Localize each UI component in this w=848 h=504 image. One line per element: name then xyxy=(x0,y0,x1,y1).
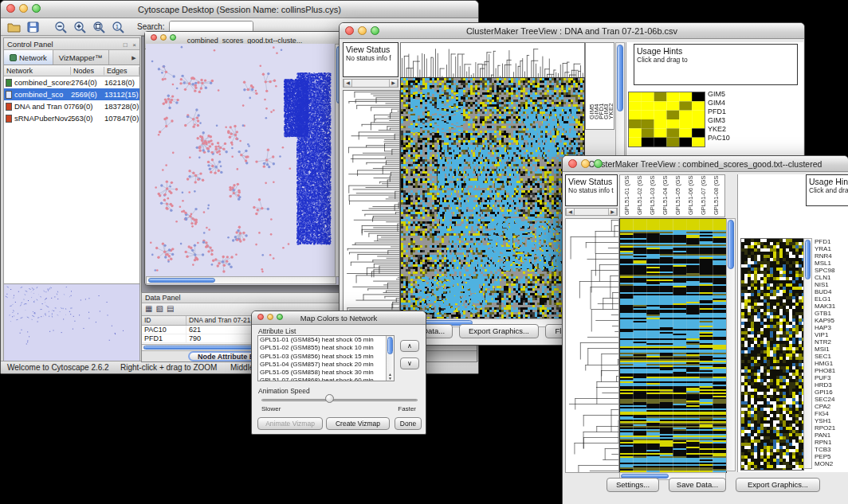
gene-label[interactable]: SEC24 xyxy=(815,396,848,403)
network-list-row[interactable]: sRNAPuberNov2 563(0) 107847(0) xyxy=(4,112,139,124)
gene-label[interactable]: PAC10 xyxy=(708,134,756,143)
gene-label[interactable]: HAP3 xyxy=(815,324,848,331)
gene-label[interactable]: YKE2 xyxy=(708,125,756,134)
combined-heatmap[interactable] xyxy=(619,218,727,473)
close-button[interactable] xyxy=(345,26,354,35)
attribute-list-item[interactable]: GPL51-01 (GSM854) heat shock 05 min xyxy=(258,336,386,344)
map-dialog-titlebar[interactable]: Map Colors to Network xyxy=(252,311,426,325)
scrollbar-thumb[interactable] xyxy=(805,240,811,279)
gene-label[interactable]: HRD3 xyxy=(815,381,848,389)
zoom-button[interactable] xyxy=(371,26,379,35)
gene-label[interactable]: GPI16 xyxy=(815,389,848,396)
column-label[interactable]: GPL51-01 (GSM854 xyxy=(623,175,630,215)
gene-label[interactable]: SPC98 xyxy=(815,267,848,274)
zoom-selected-button[interactable]: 1 xyxy=(110,19,127,34)
minimize-button[interactable] xyxy=(267,314,273,320)
gene-label[interactable]: MAK31 xyxy=(815,303,848,310)
gene-label[interactable]: CPA2 xyxy=(815,403,848,410)
gene-label[interactable]: CLN1 xyxy=(815,274,848,281)
gene-label[interactable]: PEP5 xyxy=(815,453,848,460)
done-button[interactable]: Done xyxy=(395,417,422,430)
open-session-button[interactable] xyxy=(6,19,22,34)
gene-label[interactable]: ELG1 xyxy=(815,295,848,303)
dendrogram-mini-scrollbar[interactable]: ◀ ▶ xyxy=(565,208,618,216)
gene-label[interactable]: YSH1 xyxy=(815,417,848,424)
minimize-button[interactable] xyxy=(581,159,590,168)
gene-label[interactable]: GIM4 xyxy=(708,99,756,107)
combined-row-dendrogram[interactable] xyxy=(565,218,619,473)
float-panel-icon[interactable]: □ xyxy=(124,41,128,49)
gene-label[interactable]: VIP1 xyxy=(815,331,848,338)
zoom-button[interactable] xyxy=(32,4,41,13)
gene-label[interactable]: PAN1 xyxy=(815,432,848,439)
scrollbar-thumb[interactable] xyxy=(387,337,393,354)
mini-scrollbar-track[interactable] xyxy=(575,209,608,215)
scrollbar-thumb[interactable] xyxy=(728,220,734,269)
network-list-row[interactable]: DNA and Tran 07 769(0) 183728(0) xyxy=(4,100,139,112)
gene-label[interactable]: PHO81 xyxy=(815,367,848,374)
gene-label[interactable]: PUF3 xyxy=(815,374,848,381)
column-label[interactable]: GPL51-03 (GSM856 xyxy=(649,175,656,215)
scrollbar-thumb[interactable] xyxy=(617,45,623,111)
scroll-right-icon[interactable]: ▶ xyxy=(608,209,617,215)
close-panel-icon[interactable]: × xyxy=(132,41,136,49)
attribute-list-item[interactable]: GPL51-07 (GSM868) heat shock 60 min xyxy=(258,377,386,381)
dna-summary-heatmap[interactable] xyxy=(628,92,705,147)
gene-label[interactable]: NTR2 xyxy=(815,338,848,346)
zoom-button[interactable] xyxy=(170,34,176,41)
attribute-select-icon[interactable]: ▧ xyxy=(155,304,163,314)
attribute-list-scrollbar[interactable]: ▲ ▼ xyxy=(386,336,394,381)
minimize-button[interactable] xyxy=(160,34,167,41)
network-list-row[interactable]: combined_sco 2569(6) 13112(15) xyxy=(4,88,139,100)
gene-label[interactable]: MSL1 xyxy=(815,260,848,267)
dna-heatmap[interactable] xyxy=(400,77,585,319)
gene-label[interactable]: YRA1 xyxy=(815,245,848,252)
dna-row-dendrogram[interactable] xyxy=(343,90,400,319)
tab-overflow-icon[interactable]: ▶ xyxy=(128,50,139,64)
move-up-button[interactable]: ∧ xyxy=(400,340,419,352)
tab-vizmapper[interactable]: VizMapper™ xyxy=(53,50,109,64)
treeview-dna-titlebar[interactable]: ClusterMaker TreeView : DNA and Tran 07-… xyxy=(340,23,804,39)
network-list-row[interactable]: combined_scores 2764(0) 16218(0) xyxy=(4,76,139,88)
zoom-button[interactable] xyxy=(594,159,603,168)
attribute-table-icon[interactable]: ▦ xyxy=(145,304,152,314)
save-data-button[interactable]: Save Data... xyxy=(669,478,726,492)
gene-label[interactable]: HMG1 xyxy=(815,360,848,367)
tab-network[interactable]: Network xyxy=(4,50,53,64)
network-horizontal-scrollbar[interactable] xyxy=(146,276,336,284)
gene-label[interactable]: BUD4 xyxy=(815,288,848,295)
gene-label[interactable]: PFD1 xyxy=(708,107,756,116)
column-label[interactable]: GPL51-08 (GSM872 xyxy=(713,175,720,215)
treeview-combined-titlebar[interactable]: ClusterMaker TreeView : combined_scores_… xyxy=(563,156,848,172)
attribute-list[interactable]: GPL51-01 (GSM854) heat shock 05 minGPL51… xyxy=(257,335,395,381)
attribute-list-item[interactable]: GPL51-05 (GSM858) heat shock 30 min xyxy=(258,369,386,377)
close-button[interactable] xyxy=(6,4,15,13)
column-label[interactable]: GPL51-05 (GSM865 xyxy=(674,175,681,215)
gene-label[interactable]: MON2 xyxy=(815,460,848,467)
minimize-button[interactable] xyxy=(358,26,367,35)
dendrogram-mini-scrollbar[interactable]: ◀ ▶ xyxy=(343,79,398,88)
gene-label[interactable]: PFD1 xyxy=(815,238,848,245)
scrollbar-thumb[interactable] xyxy=(148,278,215,283)
close-button[interactable] xyxy=(151,34,157,41)
zoom-in-button[interactable] xyxy=(72,19,88,34)
gene-label[interactable]: TCB3 xyxy=(815,446,848,453)
gene-label[interactable]: GTB1 xyxy=(815,310,848,317)
zoom-out-button[interactable] xyxy=(53,19,69,34)
combined-vertical-scrollbar[interactable] xyxy=(726,218,736,471)
column-label[interactable]: GPL51-06 (GSM866 xyxy=(687,175,694,215)
export-graphics-button[interactable]: Export Graphics... xyxy=(459,324,539,338)
attribute-list-item[interactable]: GPL51-04 (GSM857) heat shock 20 min xyxy=(258,361,386,369)
column-label[interactable]: PAC10 xyxy=(612,49,614,119)
column-label[interactable]: GPL51-02 (GSM855 xyxy=(636,175,643,215)
attribute-list-item[interactable]: GPL51-03 (GSM856) heat shock 15 min xyxy=(258,353,386,361)
create-vizmap-button[interactable]: Create Vizmap xyxy=(326,417,390,430)
attribute-function-icon[interactable]: ▤ xyxy=(167,304,174,314)
scroll-left-icon[interactable]: ◀ xyxy=(566,209,575,215)
scroll-down-icon[interactable]: ▼ xyxy=(387,377,394,381)
gene-label[interactable]: RNR4 xyxy=(815,252,848,260)
save-session-button[interactable] xyxy=(25,19,41,34)
combined-summary-heatmap[interactable] xyxy=(740,238,804,471)
gene-label[interactable]: RPN1 xyxy=(815,439,848,446)
gene-label[interactable]: FIG4 xyxy=(815,410,848,417)
